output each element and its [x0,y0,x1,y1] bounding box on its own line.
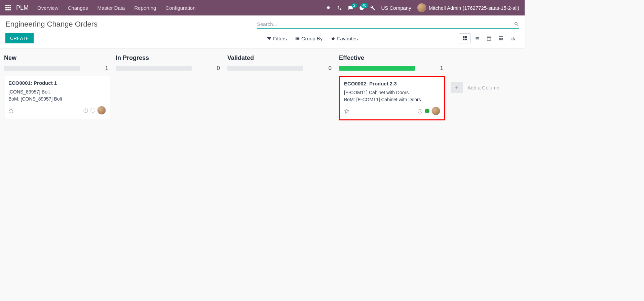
nav-master-data[interactable]: Master Data [98,5,125,11]
card-product: [E-COM11] Cabinet with Doors [344,89,440,96]
phone-icon[interactable] [337,5,342,10]
breadcrumb: Engineering Change Orders [5,20,98,29]
control-panel: Engineering Change Orders CREATE Filters… [0,15,525,48]
nav-reporting[interactable]: Reporting [134,5,156,11]
star-icon [331,36,336,41]
view-kanban[interactable] [459,33,471,43]
col-count: 1 [440,65,445,72]
avatar-icon [417,3,426,12]
card-bom: BoM: [E-COM11] Cabinet with Doors [344,96,440,103]
star-toggle[interactable] [344,108,350,114]
funnel-icon [267,36,272,41]
col-header[interactable]: Effective [339,52,445,65]
kanban-col-validated: Validated 0 [225,52,336,123]
col-progress[interactable] [339,66,415,71]
company-selector[interactable]: US Company [381,5,411,11]
card-bom: BoM: [CONS_89957] Bolt [8,96,106,103]
kanban-col-new: New 1 ECO0001: Product 1 [CONS_89957] Bo… [1,52,113,123]
filters-button[interactable]: Filters [267,36,287,41]
activities-icon[interactable]: 40 [359,5,364,10]
nav-configuration[interactable]: Configuration [165,5,195,11]
kanban-board: New 1 ECO0001: Product 1 [CONS_89957] Bo… [0,48,525,126]
favorites-label: Favorites [337,36,358,41]
add-column: + Add a Column [448,52,515,123]
assignee-avatar[interactable] [431,107,440,115]
kanban-col-effective: Effective 1 ECO0002: Product 2.3 [E-COM1… [336,52,448,123]
view-switcher [459,33,519,43]
view-pivot[interactable] [495,33,507,43]
col-count: 0 [217,65,222,72]
search-icon[interactable] [514,21,519,27]
col-count: 0 [329,65,334,72]
card-title: ECO0002: Product 2.3 [344,81,440,86]
discuss-icon[interactable]: 2 [348,5,353,10]
kanban-card[interactable]: ECO0001: Product 1 [CONS_89957] Bolt BoM… [4,76,110,119]
bug-icon[interactable] [326,5,331,10]
activity-icon[interactable] [83,107,88,113]
col-progress[interactable] [116,66,192,71]
kanban-state[interactable] [425,109,429,113]
groupby-button[interactable]: Group By [295,36,323,41]
list-icon [295,36,300,41]
star-toggle[interactable] [8,107,14,113]
activities-badge: 40 [361,3,368,8]
nav-changes[interactable]: Changes [68,5,88,11]
nav-overview[interactable]: Overview [37,5,59,11]
activity-icon[interactable] [417,108,423,114]
search-bar[interactable] [257,20,519,29]
kanban-card[interactable]: ECO0002: Product 2.3 [E-COM11] Cabinet w… [339,76,445,120]
user-menu[interactable]: Mitchell Admin (17627725-saas-15-2-all) [417,3,519,12]
col-progress[interactable] [4,66,80,71]
kanban-state[interactable] [90,108,95,113]
groupby-label: Group By [301,36,323,41]
nav-right: 2 40 US Company Mitchell Admin (17627725… [326,3,520,12]
kanban-col-inprogress: In Progress 0 [113,52,225,123]
card-title: ECO0001: Product 1 [8,80,106,86]
create-button[interactable]: CREATE [5,33,34,43]
col-progress[interactable] [227,66,303,71]
view-graph[interactable] [507,33,519,43]
add-column-button[interactable]: + [451,82,463,93]
discuss-badge: 2 [351,3,357,8]
col-header[interactable]: New [4,52,110,65]
card-product: [CONS_89957] Bolt [8,88,106,96]
filter-group: Filters Group By Favorites [267,36,358,41]
top-nav: PLM Overview Changes Master Data Reporti… [0,0,525,15]
filters-label: Filters [273,36,287,41]
tools-icon[interactable] [370,5,375,10]
view-calendar[interactable] [483,33,495,43]
col-header[interactable]: Validated [227,52,334,65]
view-list[interactable] [471,33,483,43]
favorites-button[interactable]: Favorites [331,36,358,41]
assignee-avatar[interactable] [97,106,106,115]
apps-icon[interactable] [5,5,11,11]
user-name: Mitchell Admin (17627725-saas-15-2-all) [429,5,519,11]
add-column-label[interactable]: Add a Column [467,85,499,90]
col-header[interactable]: In Progress [116,52,222,65]
search-input[interactable] [257,21,514,27]
nav-menu: Overview Changes Master Data Reporting C… [37,5,196,11]
brand[interactable]: PLM [16,4,29,11]
col-count: 1 [105,65,110,72]
